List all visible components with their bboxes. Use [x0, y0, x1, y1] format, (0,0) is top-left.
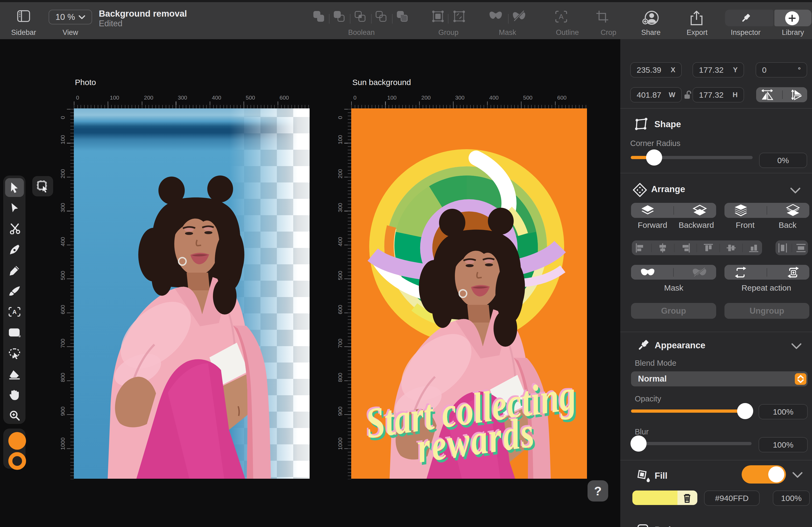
svg-text:A: A [12, 308, 17, 315]
svg-text:A: A [559, 13, 564, 21]
